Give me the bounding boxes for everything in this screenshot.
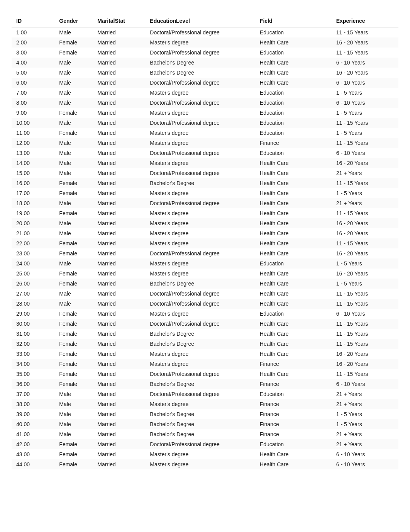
table-row: 2.00FemaleMarriedMaster's degreeHealth C… [12,37,398,48]
cell-edu: Doctoral/Professional degree [145,118,255,128]
cell-field: Finance [255,379,332,389]
cell-field: Education [255,128,332,138]
cell-exp: 1 - 5 Years [332,258,398,269]
cell-marital: Married [93,349,145,359]
cell-marital: Married [93,389,145,399]
cell-edu: Master's degree [145,359,255,369]
cell-edu: Bachelor's Degree [145,58,255,68]
table-header-row: ID Gender MaritalStat EducationLevel Fie… [12,15,398,27]
cell-field: Finance [255,419,332,429]
cell-exp: 1 - 5 Years [332,108,398,118]
table-row: 36.00FemaleMarriedBachelor's DegreeFinan… [12,379,398,389]
cell-edu: Bachelor's Degree [145,279,255,289]
cell-id: 11.00 [12,128,54,138]
cell-marital: Married [93,37,145,48]
cell-field: Education [255,27,332,38]
cell-edu: Master's degree [145,108,255,118]
cell-exp: 11 - 15 Years [332,27,398,38]
cell-marital: Married [93,309,145,319]
cell-edu: Master's degree [145,459,255,469]
cell-gender: Female [54,178,93,188]
cell-id: 1.00 [12,27,54,38]
cell-id: 5.00 [12,68,54,78]
cell-exp: 11 - 15 Years [332,329,398,339]
cell-exp: 11 - 15 Years [332,118,398,128]
cell-field: Education [255,88,332,98]
cell-edu: Doctoral/Professional degree [145,299,255,309]
cell-field: Education [255,389,332,399]
cell-gender: Male [54,258,93,269]
cell-exp: 21 + Years [332,168,398,178]
cell-gender: Male [54,58,93,68]
table-row: 13.00MaleMarriedDoctoral/Professional de… [12,148,398,158]
cell-edu: Doctoral/Professional degree [145,389,255,399]
cell-exp: 21 + Years [332,389,398,399]
table-row: 7.00MaleMarriedMaster's degreeEducation1… [12,88,398,98]
cell-gender: Male [54,78,93,88]
cell-id: 37.00 [12,389,54,399]
cell-edu: Doctoral/Professional degree [145,198,255,208]
cell-exp: 11 - 15 Years [332,48,398,58]
cell-marital: Married [93,269,145,279]
cell-marital: Married [93,459,145,469]
cell-field: Education [255,258,332,269]
cell-id: 33.00 [12,349,54,359]
cell-edu: Bachelor's Degree [145,329,255,339]
table-row: 16.00FemaleMarriedBachelor's DegreeHealt… [12,178,398,188]
page-container: ID Gender MaritalStat EducationLevel Fie… [0,0,410,532]
cell-exp: 11 - 15 Years [332,238,398,248]
table-row: 37.00MaleMarriedDoctoral/Professional de… [12,389,398,399]
cell-exp: 1 - 5 Years [332,128,398,138]
cell-edu: Bachelor's Degree [145,379,255,389]
cell-edu: Master's degree [145,349,255,359]
cell-exp: 6 - 10 Years [332,58,398,68]
cell-gender: Male [54,68,93,78]
cell-edu: Master's degree [145,188,255,198]
cell-id: 3.00 [12,48,54,58]
cell-edu: Master's degree [145,449,255,459]
cell-edu: Bachelor's Degree [145,429,255,439]
cell-marital: Married [93,449,145,459]
cell-id: 13.00 [12,148,54,158]
cell-field: Health Care [255,349,332,359]
cell-marital: Married [93,369,145,379]
cell-id: 19.00 [12,208,54,218]
cell-marital: Married [93,248,145,258]
cell-marital: Married [93,138,145,148]
cell-gender: Female [54,449,93,459]
cell-id: 18.00 [12,198,54,208]
cell-gender: Male [54,88,93,98]
table-row: 8.00MaleMarriedDoctoral/Professional deg… [12,98,398,108]
cell-id: 32.00 [12,339,54,349]
cell-edu: Doctoral/Professional degree [145,248,255,258]
cell-gender: Female [54,459,93,469]
table-row: 24.00MaleMarriedMaster's degreeEducation… [12,258,398,269]
cell-edu: Bachelor's Degree [145,409,255,419]
cell-marital: Married [93,108,145,118]
cell-gender: Male [54,138,93,148]
cell-marital: Married [93,218,145,228]
cell-field: Health Care [255,238,332,248]
cell-marital: Married [93,78,145,88]
cell-field: Education [255,148,332,158]
cell-gender: Male [54,168,93,178]
cell-id: 24.00 [12,258,54,269]
cell-exp: 11 - 15 Years [332,138,398,148]
cell-exp: 6 - 10 Years [332,148,398,158]
cell-id: 26.00 [12,279,54,289]
cell-gender: Male [54,429,93,439]
cell-id: 8.00 [12,98,54,108]
cell-field: Finance [255,429,332,439]
cell-gender: Male [54,198,93,208]
col-header-id: ID [12,15,54,27]
cell-marital: Married [93,439,145,449]
cell-field: Finance [255,359,332,369]
cell-exp: 1 - 5 Years [332,409,398,419]
cell-gender: Male [54,289,93,299]
cell-edu: Bachelor's Degree [145,178,255,188]
cell-edu: Doctoral/Professional degree [145,148,255,158]
table-row: 9.00FemaleMarriedMaster's degreeEducatio… [12,108,398,118]
table-row: 35.00FemaleMarriedDoctoral/Professional … [12,369,398,379]
cell-id: 22.00 [12,238,54,248]
cell-exp: 11 - 15 Years [332,178,398,188]
